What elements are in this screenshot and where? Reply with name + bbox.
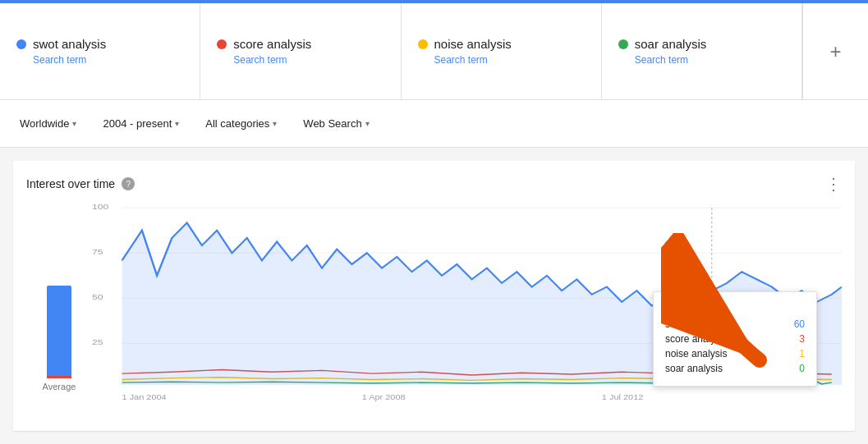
chevron-worldwide-icon: ▾ — [72, 119, 76, 128]
main-content: Interest over time ? ⋮ Average 100 75 — [0, 148, 868, 444]
filter-daterange[interactable]: 2004 - present ▾ — [96, 114, 186, 133]
svg-text:1 Jul 2012: 1 Jul 2012 — [602, 394, 643, 401]
filters-row: Worldwide ▾ 2004 - present ▾ All categor… — [0, 100, 868, 148]
filter-worldwide-label: Worldwide — [20, 117, 69, 130]
search-term-score-label: Search term — [233, 54, 383, 66]
avg-bar-container — [47, 280, 71, 378]
dot-noise — [418, 39, 428, 49]
filter-categories-label: All categories — [205, 117, 269, 130]
svg-text:1 Apr 2008: 1 Apr 2008 — [362, 394, 406, 401]
svg-text:100: 100 — [92, 203, 108, 211]
tooltip-value-swot: 60 — [785, 318, 805, 330]
dot-score — [217, 39, 227, 49]
tooltip-date: Apr 2016 — [665, 300, 805, 312]
tooltip-row-soar: soar analysis 0 — [665, 363, 805, 374]
svg-text:1 Jan 2004: 1 Jan 2004 — [122, 394, 168, 401]
chart-title: Interest over time — [26, 177, 115, 190]
tooltip-value-soar: 0 — [785, 363, 805, 374]
search-term-noise-label: Search term — [434, 54, 585, 66]
tooltip-value-score: 3 — [785, 333, 805, 345]
filter-searchtype[interactable]: Web Search ▾ — [296, 114, 375, 133]
chevron-searchtype-icon: ▾ — [365, 119, 370, 128]
chart-container: Interest over time ? ⋮ Average 100 75 — [13, 161, 855, 431]
tooltip-term-noise: noise analysis — [665, 348, 785, 359]
search-term-score[interactable]: score analysis Search term — [200, 3, 401, 99]
chart-header: Interest over time ? ⋮ — [26, 174, 842, 194]
tooltip-row-swot: swot analysis 60 — [665, 318, 805, 330]
line-chart-section: 100 75 50 25 1 Jan 2004 1 Apr 2008 1 Jul… — [92, 200, 842, 411]
svg-text:75: 75 — [92, 248, 103, 256]
add-term-button[interactable]: + — [802, 3, 868, 99]
avg-bar-red — [47, 376, 71, 378]
svg-text:50: 50 — [92, 293, 103, 301]
chart-tooltip: Apr 2016 swot analysis 60 score analysis… — [653, 291, 817, 387]
tooltip-term-swot: swot analysis — [665, 318, 785, 330]
chevron-daterange-icon: ▾ — [175, 119, 179, 128]
search-terms-row: swot analysis Search term score analysis… — [0, 3, 868, 100]
average-section: Average — [26, 200, 92, 411]
tooltip-row-score: score analysis 3 — [665, 333, 805, 345]
search-term-swot-name: swot analysis — [33, 37, 106, 51]
filter-searchtype-label: Web Search — [303, 117, 361, 130]
filter-worldwide[interactable]: Worldwide ▾ — [13, 114, 83, 133]
help-icon[interactable]: ? — [122, 177, 135, 190]
search-term-noise[interactable]: noise analysis Search term — [402, 3, 602, 99]
search-term-soar-label: Search term — [635, 54, 785, 66]
chart-area: Average 100 75 50 25 1 Jan 2004 — [26, 200, 842, 411]
filter-daterange-label: 2004 - present — [103, 117, 172, 130]
chart-menu-button[interactable]: ⋮ — [825, 174, 842, 194]
tooltip-value-noise: 1 — [785, 348, 805, 359]
search-term-noise-name: noise analysis — [434, 37, 512, 51]
tooltip-term-score: score analysis — [665, 333, 785, 345]
tooltip-term-soar: soar analysis — [665, 363, 785, 374]
chevron-categories-icon: ▾ — [273, 119, 277, 128]
search-term-swot[interactable]: swot analysis Search term — [0, 3, 200, 99]
filter-categories[interactable]: All categories ▾ — [199, 114, 283, 133]
dot-soar — [618, 39, 628, 49]
search-term-soar-name: soar analysis — [635, 37, 707, 51]
average-label: Average — [43, 382, 76, 391]
tooltip-row-noise: noise analysis 1 — [665, 348, 805, 359]
dot-swot — [16, 39, 26, 49]
search-term-soar[interactable]: soar analysis Search term — [602, 3, 802, 99]
search-term-swot-label: Search term — [33, 54, 183, 66]
search-term-score-name: score analysis — [233, 37, 311, 51]
svg-text:25: 25 — [92, 338, 103, 346]
avg-bar-blue — [47, 286, 71, 376]
